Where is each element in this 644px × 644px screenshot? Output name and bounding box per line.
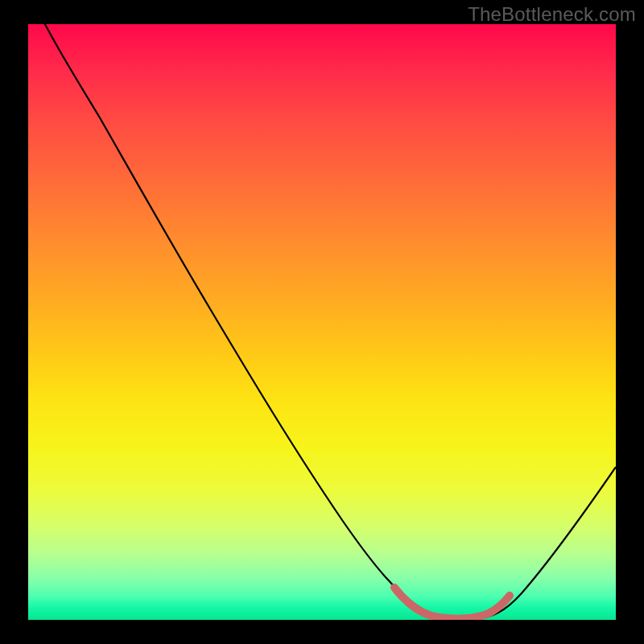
- curve-layer: [28, 24, 616, 620]
- chart-frame: TheBottleneck.com: [0, 0, 644, 644]
- watermark-text: TheBottleneck.com: [468, 3, 636, 26]
- plot-area: [28, 24, 616, 620]
- highlight-band: [394, 588, 510, 619]
- bottleneck-curve: [28, 24, 616, 619]
